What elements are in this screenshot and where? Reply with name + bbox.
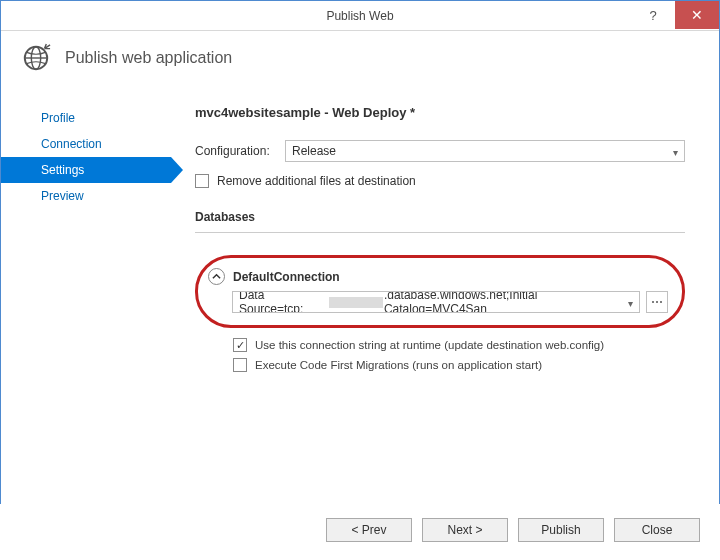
browse-button[interactable] — [646, 291, 668, 313]
sidebar: Profile Connection Settings Preview — [1, 87, 171, 378]
dialog-footer: < Prev Next > Publish Close — [0, 504, 720, 560]
configuration-row: Configuration: Release ▾ — [195, 140, 685, 162]
configuration-select[interactable]: Release ▾ — [285, 140, 685, 162]
connection-string-suffix: .database.windows.net;Initial Catalog=MV… — [384, 291, 633, 313]
sidebar-item-connection[interactable]: Connection — [1, 131, 171, 157]
next-button[interactable]: Next > — [422, 518, 508, 542]
button-label: < Prev — [351, 523, 386, 537]
sidebar-item-preview[interactable]: Preview — [1, 183, 171, 209]
window-title: Publish Web — [1, 9, 719, 23]
close-button[interactable]: Close — [614, 518, 700, 542]
use-runtime-label: Use this connection string at runtime (u… — [255, 339, 604, 351]
configuration-value: Release — [292, 144, 336, 158]
close-window-button[interactable]: ✕ — [675, 1, 719, 29]
chevron-down-icon: ▾ — [628, 298, 633, 309]
connection-string-row: Data Source=tcp:.database.windows.net;In… — [232, 291, 668, 313]
use-runtime-checkbox[interactable] — [233, 338, 247, 352]
remove-files-label: Remove additional files at destination — [217, 174, 416, 188]
button-label: Close — [642, 523, 673, 537]
execute-migrations-row: Execute Code First Migrations (runs on a… — [233, 358, 685, 372]
publish-button[interactable]: Publish — [518, 518, 604, 542]
connection-highlight: DefaultConnection Data Source=tcp:.datab… — [195, 255, 685, 328]
page-title: mvc4websitesample - Web Deploy * — [195, 105, 685, 120]
titlebar: Publish Web ? ✕ — [1, 1, 719, 31]
chevron-up-icon — [212, 272, 221, 281]
dialog-heading: Publish web application — [65, 49, 232, 67]
remove-files-row: Remove additional files at destination — [195, 174, 685, 188]
connection-options: Use this connection string at runtime (u… — [233, 338, 685, 372]
use-runtime-row: Use this connection string at runtime (u… — [233, 338, 685, 352]
window-controls: ? ✕ — [631, 1, 719, 31]
help-button[interactable]: ? — [631, 1, 675, 29]
remove-files-checkbox[interactable] — [195, 174, 209, 188]
databases-section-label: Databases — [195, 210, 685, 224]
connection-string-input[interactable]: Data Source=tcp:.database.windows.net;In… — [232, 291, 640, 313]
sidebar-item-label: Settings — [41, 163, 84, 177]
expander-toggle[interactable] — [208, 268, 225, 285]
section-divider — [195, 232, 685, 233]
globe-icon — [21, 43, 51, 73]
sidebar-item-label: Profile — [41, 111, 75, 125]
redacted-segment — [329, 297, 383, 308]
sidebar-item-label: Connection — [41, 137, 102, 151]
svg-point-4 — [656, 301, 658, 303]
prev-button[interactable]: < Prev — [326, 518, 412, 542]
button-label: Next > — [447, 523, 482, 537]
connection-header: DefaultConnection — [208, 268, 668, 285]
execute-migrations-label: Execute Code First Migrations (runs on a… — [255, 359, 542, 371]
button-label: Publish — [541, 523, 580, 537]
sidebar-item-settings[interactable]: Settings — [1, 157, 171, 183]
svg-point-3 — [652, 301, 654, 303]
ellipsis-icon — [651, 296, 663, 308]
dialog-header: Publish web application — [1, 31, 719, 87]
configuration-label: Configuration: — [195, 144, 285, 158]
sidebar-item-label: Preview — [41, 189, 84, 203]
svg-point-5 — [660, 301, 662, 303]
connection-string-prefix: Data Source=tcp: — [239, 291, 328, 313]
sidebar-item-profile[interactable]: Profile — [1, 105, 171, 131]
content-panel: mvc4websitesample - Web Deploy * Configu… — [171, 87, 715, 378]
dialog-body: Profile Connection Settings Preview mvc4… — [1, 87, 719, 378]
execute-migrations-checkbox[interactable] — [233, 358, 247, 372]
connection-name: DefaultConnection — [233, 270, 340, 284]
chevron-down-icon: ▾ — [673, 147, 678, 158]
